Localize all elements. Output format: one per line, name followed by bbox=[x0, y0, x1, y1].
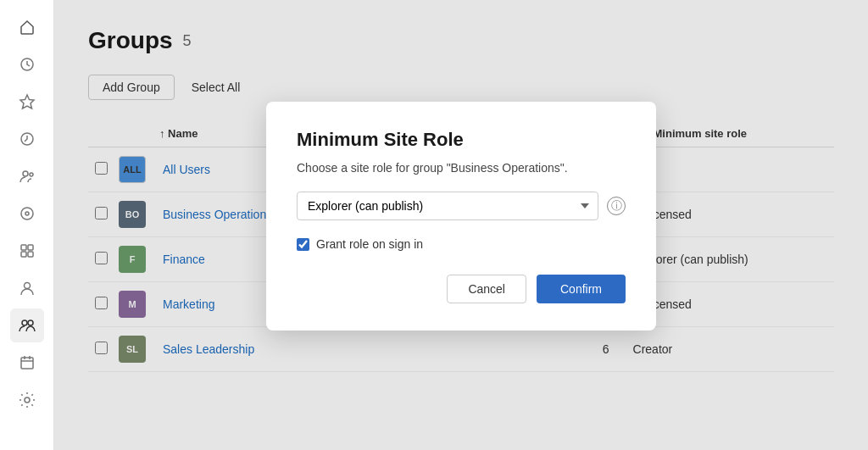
recent-icon[interactable] bbox=[10, 47, 44, 81]
modal-description: Choose a site role for group "Business O… bbox=[297, 161, 626, 175]
cancel-button[interactable]: Cancel bbox=[447, 275, 526, 303]
svg-rect-7 bbox=[21, 245, 26, 250]
svg-rect-10 bbox=[28, 252, 33, 257]
svg-marker-1 bbox=[20, 95, 34, 108]
svg-point-3 bbox=[23, 171, 28, 176]
grant-role-checkbox[interactable] bbox=[297, 238, 309, 251]
favorites-icon[interactable] bbox=[10, 85, 44, 119]
sidebar bbox=[0, 0, 54, 450]
svg-rect-9 bbox=[21, 252, 26, 257]
groups-icon[interactable] bbox=[10, 308, 44, 342]
svg-point-13 bbox=[28, 320, 33, 325]
svg-point-6 bbox=[25, 212, 29, 215]
modal-checkbox-row: Grant role on sign in bbox=[297, 237, 626, 251]
explore-icon[interactable] bbox=[10, 197, 44, 231]
admin-icon[interactable] bbox=[10, 383, 44, 417]
grant-role-label: Grant role on sign in bbox=[316, 237, 423, 251]
svg-point-4 bbox=[30, 173, 33, 176]
users-manage-icon[interactable] bbox=[10, 271, 44, 305]
collections-icon[interactable] bbox=[10, 234, 44, 268]
modal-title: Minimum Site Role bbox=[297, 129, 626, 151]
shared-icon[interactable] bbox=[10, 159, 44, 193]
svg-rect-14 bbox=[21, 358, 33, 369]
svg-point-11 bbox=[24, 283, 30, 289]
home-icon[interactable] bbox=[10, 10, 44, 44]
svg-point-18 bbox=[25, 397, 30, 403]
history-icon[interactable] bbox=[10, 122, 44, 156]
modal-overlay: Minimum Site Role Choose a site role for… bbox=[54, 0, 868, 450]
svg-point-12 bbox=[22, 320, 27, 325]
main-content: Groups 5 Add Group Select All ↑ Name Act… bbox=[54, 0, 868, 450]
modal-select-row: UnlicensedViewerExplorerExplorer (can pu… bbox=[297, 192, 626, 220]
confirm-button[interactable]: Confirm bbox=[537, 275, 626, 303]
info-icon[interactable]: ⓘ bbox=[607, 197, 626, 215]
minimum-site-role-modal: Minimum Site Role Choose a site role for… bbox=[266, 102, 656, 331]
svg-rect-8 bbox=[28, 245, 33, 250]
modal-buttons: Cancel Confirm bbox=[297, 275, 626, 303]
site-role-select[interactable]: UnlicensedViewerExplorerExplorer (can pu… bbox=[297, 192, 598, 220]
schedules-icon[interactable] bbox=[10, 346, 44, 380]
svg-point-5 bbox=[21, 208, 33, 219]
